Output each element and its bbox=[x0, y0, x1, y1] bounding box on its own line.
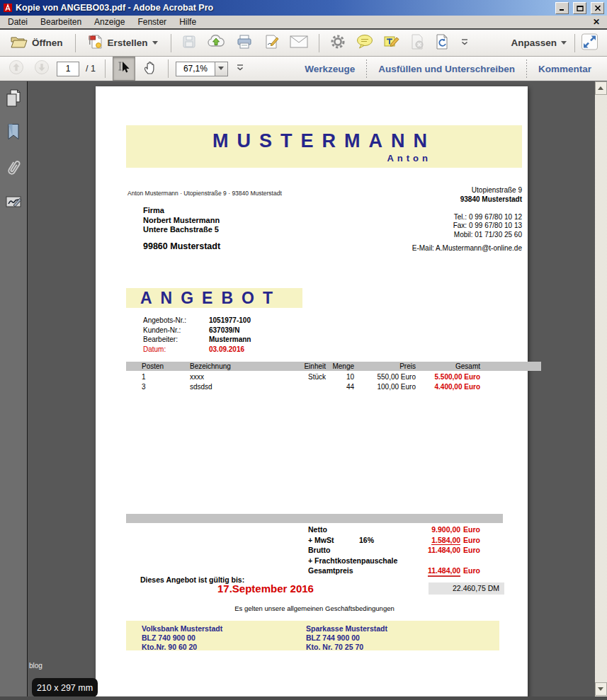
zoom-dropdown-button[interactable] bbox=[215, 62, 228, 76]
email-icon bbox=[290, 35, 308, 51]
main-area: MUSTERMANN Anton Anton Mustermann · Utop… bbox=[0, 81, 607, 700]
recipient-city: 99860 Musterstadt bbox=[143, 241, 220, 251]
delete-page-button bbox=[407, 32, 427, 54]
next-page-icon bbox=[34, 59, 50, 78]
sign-button[interactable] bbox=[261, 32, 282, 54]
bookmarks-panel-icon bbox=[6, 132, 21, 144]
totals-block: Netto 9.900,00 Euro + MwSt 16% 1.584,00 … bbox=[126, 525, 503, 577]
folder-open-icon bbox=[10, 35, 28, 51]
fullscreen-icon bbox=[581, 33, 599, 53]
maximize-button[interactable] bbox=[573, 2, 586, 14]
email-button[interactable] bbox=[287, 33, 311, 53]
bank-footer: Volksbank Musterstadt BLZ 740 900 00 Kto… bbox=[126, 621, 499, 650]
table-row: 1 xxxx Stück 10 550,00 Euro 5.500,00 Eur… bbox=[126, 372, 503, 382]
more-tools-icon bbox=[460, 37, 470, 50]
comment-button[interactable] bbox=[353, 32, 376, 54]
navigation-toolbar: / 1 Werkzeuge Ausfüllen und Unterschreib… bbox=[0, 57, 607, 81]
send-file-button[interactable] bbox=[204, 32, 228, 54]
total-row-netto: Netto 9.900,00 Euro bbox=[126, 525, 503, 536]
customize-button[interactable]: Anpassen bbox=[506, 35, 572, 50]
title-bar: Kopie von ANGEBO03.pdf - Adobe Acrobat P… bbox=[0, 0, 607, 16]
totals-separator-bar bbox=[126, 514, 503, 523]
print-icon bbox=[236, 34, 253, 52]
more-zoom-tools-button[interactable] bbox=[232, 60, 248, 77]
vertical-scrollbar[interactable] bbox=[595, 81, 607, 700]
next-page-button bbox=[31, 57, 52, 80]
chevron-down-icon bbox=[218, 67, 225, 71]
document-review-button[interactable] bbox=[432, 32, 452, 54]
bookmarks-panel-button[interactable] bbox=[6, 122, 21, 145]
table-row: 3 sdsdsd 44 100,00 Euro 4.400,00 Euro bbox=[126, 382, 503, 392]
offer-meta: Angebots-Nr.:1051977-100 Kunden-Nr.:6370… bbox=[143, 316, 251, 354]
prev-page-icon bbox=[8, 59, 24, 78]
create-button[interactable]: Erstellen bbox=[84, 32, 163, 54]
main-toolbar: Öffnen Erstellen Anpassen bbox=[0, 30, 607, 57]
total-row-brutto: Brutto 11.484,00 Euro bbox=[126, 546, 503, 556]
offer-title: ANGEBOT bbox=[126, 288, 302, 309]
total-row-fracht: + Frachtkostenpauschale bbox=[126, 556, 503, 567]
print-button[interactable] bbox=[233, 32, 256, 54]
signatures-panel-button[interactable] bbox=[4, 193, 23, 213]
navigation-sidebar bbox=[0, 81, 28, 700]
open-button[interactable]: Öffnen bbox=[6, 33, 67, 53]
hand-tool-icon bbox=[142, 59, 158, 78]
layer-label: blog bbox=[29, 662, 42, 670]
pages-panel-icon bbox=[4, 98, 23, 110]
pdf-page: MUSTERMANN Anton Anton Mustermann · Utop… bbox=[96, 86, 528, 700]
scroll-down-button[interactable] bbox=[595, 682, 607, 696]
select-tool-icon bbox=[116, 59, 132, 78]
menu-fenster[interactable]: Fenster bbox=[131, 16, 173, 28]
select-tool-button[interactable] bbox=[113, 57, 135, 81]
prev-page-button bbox=[6, 57, 27, 80]
pdf-icon bbox=[3, 3, 13, 13]
fullscreen-button[interactable] bbox=[578, 31, 601, 55]
recipient-address: Firma Norbert Mustermann Untere Bachstra… bbox=[143, 206, 220, 235]
zoom-level-input[interactable] bbox=[176, 62, 215, 76]
sign-document-icon bbox=[263, 34, 279, 52]
bank-sparkasse: Sparkasse Musterstadt BLZ 744 900 00 Kto… bbox=[306, 624, 470, 650]
document-review-icon bbox=[435, 34, 449, 52]
dm-total-box: 22.460,75 DM bbox=[429, 583, 504, 595]
attachments-panel-button[interactable] bbox=[5, 157, 22, 181]
pages-panel-button[interactable] bbox=[4, 88, 23, 110]
menu-anzeige[interactable]: Anzeige bbox=[88, 16, 131, 28]
chevron-down-icon bbox=[561, 41, 567, 45]
contact-block: Utopienstraße 9 93840 Musterstadt Tel.: … bbox=[412, 186, 522, 253]
highlight-button[interactable] bbox=[381, 32, 402, 54]
offer-title-box: ANGEBOT bbox=[126, 288, 302, 308]
scroll-up-button[interactable] bbox=[595, 81, 607, 95]
scrollbar-track[interactable] bbox=[595, 95, 607, 682]
items-table-header: Posten Bezeichnung Einheit Menge Preis G… bbox=[126, 362, 541, 371]
total-row-mwst: + MwSt 16% 1.584,00 Euro bbox=[126, 536, 503, 546]
menu-bar: Datei Bearbeiten Anzeige Fenster Hilfe ✕ bbox=[0, 16, 607, 30]
window-bottom-edge bbox=[0, 696, 607, 700]
page-size-tooltip: 210 x 297 mm bbox=[32, 678, 98, 697]
menu-datei[interactable]: Datei bbox=[1, 16, 34, 28]
menu-bearbeiten[interactable]: Bearbeiten bbox=[34, 16, 88, 28]
window-title: Kopie von ANGEBO03.pdf - Adobe Acrobat P… bbox=[16, 3, 551, 13]
letterhead: MUSTERMANN Anton bbox=[126, 125, 522, 168]
document-canvas: MUSTERMANN Anton Anton Mustermann · Utop… bbox=[28, 81, 595, 700]
settings-button[interactable] bbox=[327, 32, 348, 54]
validity-date: 17.September 2016 bbox=[217, 583, 314, 595]
delete-page-icon bbox=[410, 34, 424, 52]
letterhead-first-name: Anton bbox=[126, 153, 522, 163]
menubar-close-icon[interactable]: ✕ bbox=[593, 17, 600, 27]
tab-werkzeuge[interactable]: Werkzeuge bbox=[297, 64, 362, 74]
tab-ausfuellen-und-unterschreiben[interactable]: Ausfüllen und Unterschreiben bbox=[371, 64, 522, 74]
menu-hilfe[interactable]: Hilfe bbox=[173, 16, 203, 28]
more-tools-button[interactable] bbox=[457, 35, 472, 52]
sender-line: Anton Mustermann · Utopienstraße 9 · 938… bbox=[127, 190, 282, 197]
chevron-up-icon bbox=[598, 86, 604, 91]
page-number-input[interactable] bbox=[57, 62, 79, 76]
close-button[interactable] bbox=[591, 2, 604, 14]
hand-tool-button[interactable] bbox=[140, 57, 161, 80]
tab-kommentar[interactable]: Kommentar bbox=[531, 64, 599, 74]
page-count-label: / 1 bbox=[86, 64, 96, 74]
gear-icon bbox=[330, 34, 346, 52]
chevron-down-icon bbox=[152, 41, 159, 45]
highlight-text-icon bbox=[384, 34, 399, 52]
minimize-button[interactable] bbox=[555, 2, 569, 14]
terms-line: Es gelten unsere allgemeinen Geschäftsbe… bbox=[126, 604, 503, 612]
more-tools-icon bbox=[235, 62, 245, 75]
